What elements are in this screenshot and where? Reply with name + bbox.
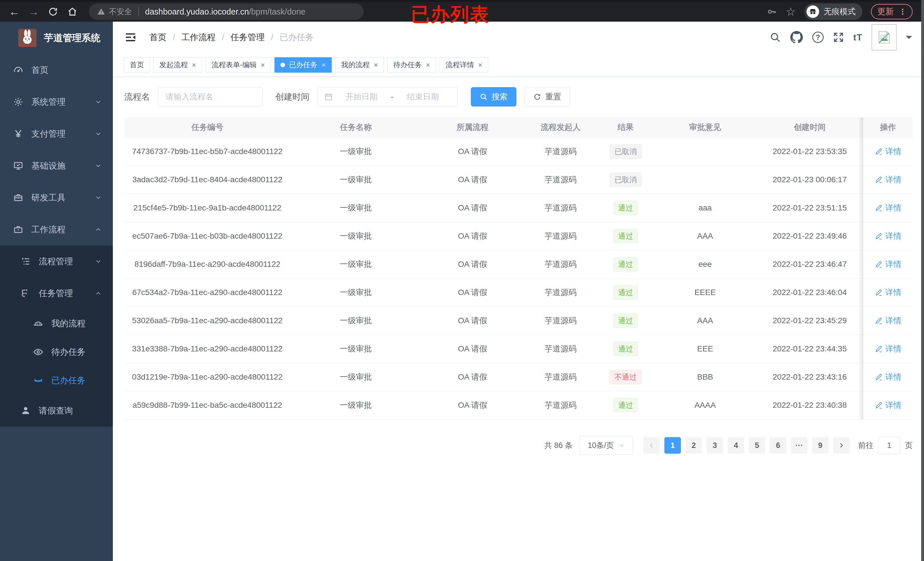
sidebar-item-task-management[interactable]: 任务管理 [0, 277, 113, 309]
update-button[interactable]: 更新 [871, 4, 913, 19]
goto-input[interactable] [878, 437, 900, 454]
detail-link[interactable]: 详情 [875, 400, 902, 411]
sidebar-item-system[interactable]: 系统管理 [0, 86, 113, 118]
prev-page-button[interactable] [643, 437, 660, 454]
cell-opinion: aaa [654, 194, 756, 222]
page-button-9[interactable]: 9 [812, 437, 828, 454]
detail-link[interactable]: 详情 [875, 174, 902, 185]
tab-todo-tasks[interactable]: 待办任务 × [387, 57, 436, 73]
cell-task-name: 一级审批 [290, 166, 421, 194]
page-button-4[interactable]: 4 [728, 437, 744, 454]
chevron-down-icon [618, 442, 625, 449]
tab-done-tasks[interactable]: 已办任务 × [274, 57, 332, 73]
tab-form-edit[interactable]: 流程表单-编辑 × [206, 57, 271, 73]
browser-menu-icon[interactable] [899, 8, 906, 15]
detail-link[interactable]: 详情 [875, 259, 902, 270]
next-page-button[interactable] [833, 437, 850, 454]
cell-task-id: 74736737-7b9b-11ec-b5b7-acde48001122 [124, 138, 290, 166]
detail-link[interactable]: 详情 [875, 231, 902, 241]
detail-link[interactable]: 详情 [875, 202, 902, 213]
cell-actions: 详情 [863, 138, 913, 166]
page-button-3[interactable]: 3 [706, 437, 723, 454]
detail-link[interactable]: 详情 [875, 146, 902, 157]
url-bar[interactable]: 不安全 dashboard.yudao.iocoder.cn /bpm/task… [89, 3, 364, 20]
tab-label: 已办任务 [289, 60, 318, 69]
font-size-icon[interactable]: tT [854, 32, 862, 43]
breadcrumb-item-task-management[interactable]: 任务管理 [231, 31, 265, 43]
tab-close-icon[interactable]: × [426, 61, 430, 69]
chevron-down-icon [94, 162, 102, 169]
avatar[interactable] [872, 24, 897, 51]
fullscreen-icon[interactable] [833, 31, 844, 43]
process-name-input[interactable] [158, 87, 263, 106]
sidebar-item-leave-query[interactable]: 请假查询 [0, 395, 113, 426]
avatar-caret-icon[interactable] [906, 36, 912, 42]
page-size-select[interactable]: 10条/页 [579, 436, 633, 455]
breadcrumb-separator: / [271, 33, 273, 42]
cell-create-time: 2022-01-22 23:44:35 [756, 335, 863, 363]
sidebar-item-todo-tasks[interactable]: 待办任务 [0, 338, 113, 366]
bookmark-star-icon[interactable]: ☆ [786, 5, 796, 18]
cell-task-id: 8196daff-7b9a-11ec-a290-acde48001122 [124, 250, 290, 278]
home-button[interactable] [66, 5, 79, 18]
window-scrollbar-strip[interactable] [921, 0, 924, 561]
app-title: 芋道管理系统 [44, 31, 100, 45]
tab-close-icon[interactable]: × [261, 61, 265, 69]
help-icon[interactable]: ? [812, 31, 824, 43]
filter-form: 流程名 创建时间 开始日期 - 结束日期 搜索 重置 [124, 87, 913, 106]
tab-close-icon[interactable]: × [374, 61, 378, 69]
detail-link[interactable]: 详情 [875, 315, 902, 326]
date-range-input[interactable]: 开始日期 - 结束日期 [318, 87, 458, 106]
detail-link[interactable]: 详情 [875, 287, 902, 298]
page-button-1[interactable]: 1 [664, 437, 681, 454]
cell-result: 通过 [597, 222, 654, 250]
cell-actions: 详情 [863, 363, 913, 391]
tab-home[interactable]: 首页 [124, 57, 150, 73]
detail-link-label: 详情 [885, 343, 902, 354]
cell-process: OA 请假 [421, 278, 524, 307]
page-header: 首页 / 工作流程 / 任务管理 / 已办任务 ? tT [113, 22, 924, 53]
sidebar-item-devtools[interactable]: 研发工具 [0, 182, 113, 214]
tab-close-icon[interactable]: × [478, 61, 482, 69]
url-path: /bpm/task/done [249, 7, 305, 16]
sidebar-item-label: 基础设施 [32, 160, 66, 172]
collapse-sidebar-icon[interactable] [124, 31, 137, 43]
status-badge: 通过 [614, 398, 638, 412]
page-button-2[interactable]: 2 [686, 437, 702, 454]
sidebar-item-done-tasks[interactable]: 已办任务 [0, 366, 113, 395]
search-icon[interactable] [770, 31, 781, 43]
reload-button[interactable] [46, 5, 60, 18]
tab-process-detail[interactable]: 流程详情 × [440, 57, 488, 73]
detail-link[interactable]: 详情 [875, 343, 902, 354]
forward-button[interactable]: → [27, 5, 40, 18]
sidebar-item-infrastructure[interactable]: 基础设施 [0, 150, 113, 182]
detail-link[interactable]: 详情 [875, 372, 902, 383]
more-pages-button[interactable]: ··· [791, 437, 807, 454]
search-button[interactable]: 搜索 [471, 87, 516, 106]
sidebar-item-my-process[interactable]: 我的流程 [0, 309, 113, 338]
page-button-5[interactable]: 5 [749, 437, 765, 454]
col-actions: 操作 [863, 117, 913, 137]
sidebar-item-payment[interactable]: 支付管理 [0, 118, 113, 150]
tab-label: 我的流程 [341, 60, 370, 69]
tab-my-process[interactable]: 我的流程 × [335, 57, 384, 73]
key-icon[interactable] [766, 6, 777, 17]
sidebar-item-workflow[interactable]: 工作流程 [0, 214, 113, 245]
back-button[interactable]: ← [8, 5, 21, 18]
tab-close-icon[interactable]: × [192, 61, 196, 69]
toolbox-icon [13, 193, 23, 203]
reset-button[interactable]: 重置 [524, 87, 570, 106]
tab-start-process[interactable]: 发起流程 × [153, 57, 202, 73]
cell-actions: 详情 [863, 278, 913, 307]
page-button-6[interactable]: 6 [770, 437, 786, 454]
breadcrumb-item-workflow[interactable]: 工作流程 [181, 31, 216, 43]
status-badge: 不通过 [610, 370, 642, 384]
sidebar-item-process-management[interactable]: 流程管理 [0, 245, 113, 277]
github-icon[interactable] [790, 31, 803, 44]
edit-icon [875, 373, 883, 381]
breadcrumb-item-home[interactable]: 首页 [149, 31, 166, 43]
tab-close-icon[interactable]: × [321, 61, 326, 69]
sidebar-item-home[interactable]: 首页 [0, 54, 113, 86]
status-badge: 通过 [614, 201, 638, 215]
status-badge: 通过 [614, 229, 638, 243]
